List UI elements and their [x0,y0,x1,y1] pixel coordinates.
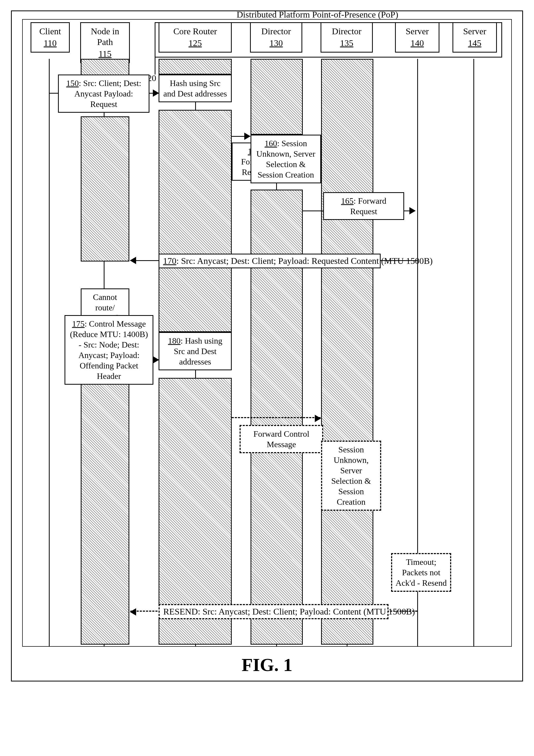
activation-dir2 [321,59,373,645]
lifeline-header-node: Node in Path 115 [80,22,130,63]
hdr-label: Server [406,26,429,36]
msg-175-num: 175 [72,319,85,329]
msg-165: 165: Forward Request [323,192,404,220]
hdr-num: 125 [162,38,229,49]
msg-150-text: : Src: Client; Dest: Anycast Payload: Re… [74,78,141,109]
note-hash-1: Hash using Src and Dest addresses [159,74,232,102]
msg-180-num: 180 [168,336,181,345]
msg-170-num: 170 [163,256,176,266]
msg-150-num: 150 [66,78,79,88]
note-session-unknown-2: Session Unknown, Server Selection & Sess… [321,441,381,511]
hdr-num: 140 [398,38,437,49]
arrow-fwd-ctl [232,417,320,418]
activation-node-2 [81,116,129,261]
msg-170: 170: Src: Anycast; Dest: Client; Payload… [159,254,381,268]
lifeline-header-server-2: Server 145 [452,22,497,53]
lifeline-header-director-2: Director 135 [320,22,373,53]
msg-160-num: 160 [265,139,277,148]
leader-line-120 [155,55,155,74]
msg-180: 180: Hash using Src and Dest addresses [159,332,232,370]
lifeline-header-server-1: Server 140 [395,22,440,53]
msg-150: 150: Src: Client; Dest: Anycast Payload:… [58,74,149,113]
activation-core-1a [159,59,232,74]
figure-caption: FIG. 1 [22,655,512,675]
sequence-diagram: Client 110 Node in Path 115 Core Router … [22,19,512,647]
hdr-label: Core Router [173,26,217,36]
activation-core-1b [159,110,232,332]
msg-170-text: : Src: Anycast; Dest: Client; Payload: R… [176,256,433,266]
hdr-num: 110 [34,38,67,49]
lifeline-client [49,59,50,646]
msg-165-text: : Forward Request [350,196,386,216]
msg-165-num: 165 [341,196,353,205]
arrow-155 [232,136,250,137]
hdr-num: 135 [323,38,370,49]
hdr-num: 130 [253,38,299,49]
pop-frame-label: Distributed Platform Point-of-Presence (… [154,10,481,20]
msg-175: 175: Control Message (Reduce MTU: 1400B)… [64,315,153,385]
lifeline-server-2 [473,59,474,646]
msg-160: 160: Session Unknown, Server Selection &… [250,135,321,183]
hdr-num: 145 [455,38,494,49]
note-timeout: Timeout; Packets not Ack'd - Resend [391,553,451,592]
lifeline-header-client: Client 110 [31,22,70,53]
hdr-label: Server [463,26,486,36]
hdr-label: Client [39,26,61,36]
lifeline-header-core-router: Core Router 125 [159,22,232,53]
msg-resend: RESEND: Src: Anycast; Dest: Client; Payl… [159,604,389,619]
hdr-label: Node in Path [91,26,119,47]
msg-180-text: : Hash using Src and Dest addresses [174,336,222,366]
hdr-num: 115 [83,49,127,59]
hdr-label: Director [332,26,361,36]
hdr-label: Director [261,26,291,36]
activation-dir1-top [250,59,303,135]
note-forward-control: Forward Control Message [240,425,323,453]
lifeline-header-director-1: Director 130 [250,22,302,53]
